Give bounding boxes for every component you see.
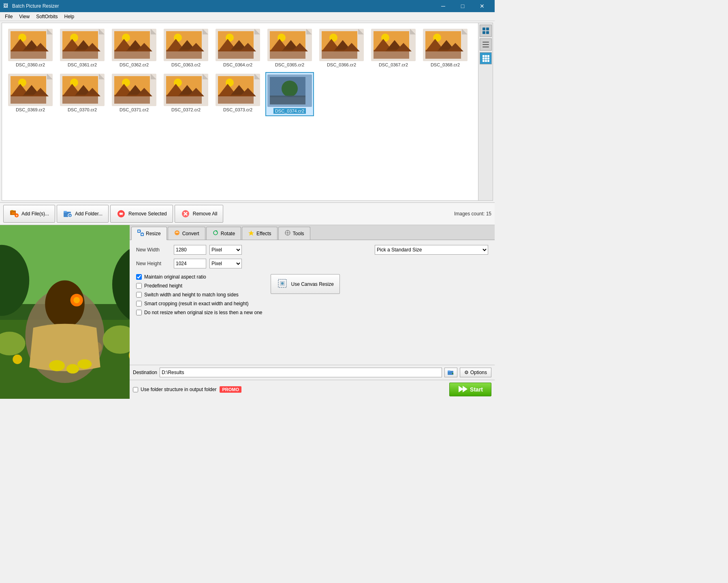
canvas-resize-label: Use Canvas Resize [291, 281, 334, 287]
remove-selected-label: Remove Selected [128, 211, 167, 217]
standard-size-select[interactable]: Pick a Standard Size [375, 245, 488, 255]
svg-rect-89 [11, 95, 46, 104]
image-item[interactable]: DSC_0362.cr2 [110, 27, 158, 69]
image-thumbnail [216, 29, 260, 61]
new-height-label: New Height [136, 261, 171, 266]
app-icon: 🖼 [3, 3, 10, 9]
svg-rect-62 [322, 50, 357, 59]
maintain-aspect-checkbox[interactable] [136, 274, 142, 280]
app-title: Batch Picture Resizer [12, 3, 434, 9]
images-count: Images count: 15 [454, 211, 491, 217]
do-not-resize-row: Do not resize when original size is less… [136, 310, 263, 315]
maintain-aspect-label: Maintain original aspect ratio [144, 274, 206, 280]
svg-rect-154 [64, 211, 67, 213]
menu-softorbits[interactable]: SoftOrbits [33, 13, 61, 20]
predefined-height-label: Predefined height [144, 283, 182, 289]
new-width-row: New Width Pixel Percent cm inch [136, 245, 368, 255]
controls-panel: Resize Convert Rotate [130, 225, 495, 399]
image-item[interactable]: DSC_0373.cr2 [213, 72, 262, 116]
image-item[interactable]: DSC_0372.cr2 [162, 72, 210, 116]
width-unit-select[interactable]: Pixel Percent cm inch [209, 245, 242, 255]
do-not-resize-checkbox[interactable] [136, 310, 142, 315]
options-button[interactable]: ⚙ Options [460, 368, 491, 377]
new-height-input[interactable] [174, 259, 206, 268]
svg-text:+: + [69, 214, 71, 218]
image-item[interactable]: DSC_0365.cr2 [265, 27, 314, 69]
remove-selected-button[interactable]: Remove Selected [110, 205, 173, 223]
remove-all-button[interactable]: Remove All [175, 205, 224, 223]
thumbnail-view-button[interactable] [480, 25, 492, 37]
menu-view[interactable]: View [16, 13, 33, 20]
use-folder-checkbox[interactable] [133, 387, 138, 392]
new-width-input[interactable] [174, 245, 206, 255]
image-item[interactable]: DSC_0360.cr2 [6, 27, 55, 69]
svg-rect-146 [485, 60, 487, 62]
svg-rect-116 [166, 95, 202, 104]
switch-width-height-checkbox[interactable] [136, 292, 142, 298]
canvas-resize-button[interactable]: Use Canvas Resize [271, 274, 340, 294]
svg-rect-200 [448, 370, 450, 372]
height-unit-select[interactable]: Pixel Percent cm inch [209, 259, 242, 268]
svg-text:+: + [16, 214, 18, 218]
gear-icon: ⚙ [464, 370, 469, 375]
svg-rect-125 [218, 95, 254, 104]
svg-rect-8 [11, 50, 46, 59]
remove-all-label: Remove All [193, 211, 218, 217]
svg-rect-150 [12, 212, 15, 214]
tab-effects[interactable]: Effects [242, 227, 277, 240]
image-item[interactable]: DSC_0363.cr2 [162, 27, 210, 69]
tab-rotate[interactable]: Rotate [206, 227, 241, 240]
maximize-button[interactable]: □ [453, 0, 472, 12]
svg-rect-147 [487, 60, 489, 62]
options-label: Options [470, 370, 487, 375]
add-files-button[interactable]: + Add File(s)... [3, 205, 55, 223]
image-item[interactable]: DSC_0371.cr2 [110, 72, 158, 116]
resize-tab-icon [137, 230, 144, 237]
destination-label: Destination [133, 370, 157, 375]
image-item[interactable]: DSC_0367.cr2 [369, 27, 418, 69]
image-filename: DSC_0360.cr2 [16, 62, 45, 67]
close-button[interactable]: ✕ [473, 0, 491, 12]
menu-help[interactable]: Help [61, 13, 78, 20]
image-item[interactable]: DSC_0364.cr2 [213, 27, 262, 69]
tab-tools[interactable]: Tools [278, 227, 310, 240]
tab-resize[interactable]: Resize [131, 227, 167, 240]
destination-input[interactable] [160, 368, 442, 377]
image-filename: DSC_0368.cr2 [431, 62, 460, 67]
image-item[interactable]: DSC_0370.cr2 [58, 72, 107, 116]
image-item[interactable]: DSC_0366.cr2 [317, 27, 366, 69]
image-thumbnail [164, 29, 208, 61]
svg-rect-138 [482, 47, 489, 47]
main-container: DSC_0360.cr2 DSC_0361.cr2 DSC_0362.cr2 [0, 21, 495, 399]
toolbar: + Add File(s)... + Add Folder... Remove … [0, 202, 495, 225]
image-thumbnail [112, 74, 156, 106]
grid-view-button[interactable] [480, 52, 492, 64]
smart-cropping-checkbox[interactable] [136, 301, 142, 306]
predefined-height-checkbox[interactable] [136, 283, 142, 289]
image-item[interactable]: DSC_0361.cr2 [58, 27, 107, 69]
tab-convert[interactable]: Convert [168, 227, 205, 240]
image-filename: DSC_0367.cr2 [379, 62, 408, 67]
svg-rect-71 [374, 50, 409, 59]
do-not-resize-label: Do not resize when original size is less… [144, 310, 263, 315]
convert-tab-icon [174, 230, 180, 237]
add-folder-button[interactable]: + Add Folder... [57, 205, 109, 223]
image-filename: DSC_0364.cr2 [223, 62, 252, 67]
svg-rect-136 [482, 42, 489, 43]
svg-rect-17 [62, 50, 98, 59]
svg-rect-143 [485, 57, 487, 60]
image-filename: DSC_0369.cr2 [16, 107, 45, 112]
svg-rect-144 [487, 57, 489, 60]
checkboxes-and-canvas: Maintain original aspect ratio Predefine… [136, 274, 488, 319]
image-thumbnail [8, 74, 53, 106]
image-item[interactable]: DSC_0369.cr2 [6, 72, 55, 116]
list-view-button[interactable] [480, 38, 492, 51]
image-item[interactable]: DSC_0368.cr2 [421, 27, 470, 69]
minimize-button[interactable]: ─ [434, 0, 453, 12]
start-button[interactable]: Start [449, 383, 491, 396]
menu-file[interactable]: File [2, 13, 16, 20]
svg-rect-35 [166, 50, 202, 59]
image-filename: DSC_0373.cr2 [223, 107, 252, 112]
browse-destination-button[interactable] [444, 368, 457, 377]
image-item[interactable]: DSC_0374.cr2 [265, 72, 314, 116]
